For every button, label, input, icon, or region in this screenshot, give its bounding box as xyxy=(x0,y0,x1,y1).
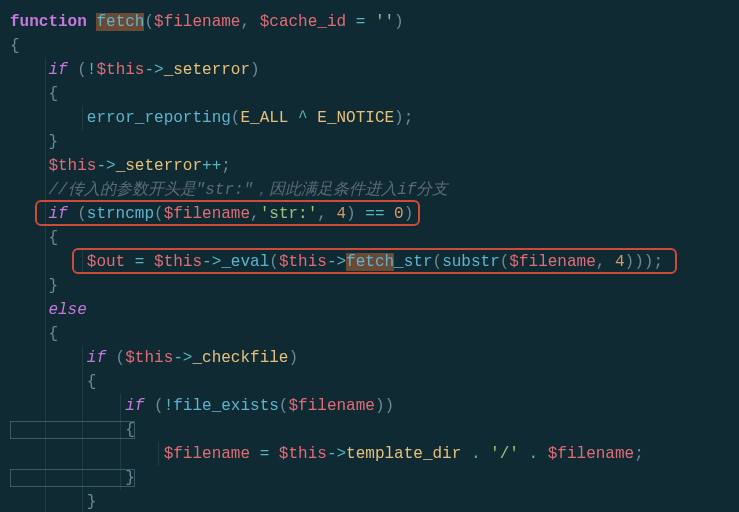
function-name-highlight: fetch xyxy=(96,13,144,31)
code-line: { xyxy=(0,82,739,106)
code-line: function fetch($filename, $cache_id = ''… xyxy=(0,10,739,34)
code-line: //传入的参数开头是"str:"，因此满足条件进入if分支 xyxy=(0,178,739,202)
code-editor[interactable]: function fetch($filename, $cache_id = ''… xyxy=(0,10,739,512)
keyword-function: function xyxy=(10,13,87,31)
code-line: if ($this->_checkfile) xyxy=(0,346,739,370)
code-line: } xyxy=(0,490,739,512)
code-line: { xyxy=(0,370,739,394)
code-line: error_reporting(E_ALL ^ E_NOTICE); xyxy=(0,106,739,130)
code-line: $filename = $this->template_dir . '/' . … xyxy=(0,442,739,466)
method-highlight: fetch xyxy=(346,253,394,271)
code-line: if (!file_exists($filename)) xyxy=(0,394,739,418)
brace-match: { xyxy=(10,421,135,439)
brace-match: } xyxy=(10,469,135,487)
comment: //传入的参数开头是"str:"，因此满足条件进入if分支 xyxy=(48,181,448,199)
code-line: if (!$this->_seterror) xyxy=(0,58,739,82)
code-line: if (strncmp($filename,'str:', 4) == 0) xyxy=(0,202,739,226)
code-line: { xyxy=(0,226,739,250)
code-line: $this->_seterror++; xyxy=(0,154,739,178)
code-line: $out = $this->_eval($this->fetch_str(sub… xyxy=(0,250,739,274)
code-line: { xyxy=(0,322,739,346)
code-line: { xyxy=(0,34,739,58)
code-line: } xyxy=(0,274,739,298)
code-line: else xyxy=(0,298,739,322)
code-line: } xyxy=(0,466,739,490)
code-line: { xyxy=(0,418,739,442)
code-line: } xyxy=(0,130,739,154)
